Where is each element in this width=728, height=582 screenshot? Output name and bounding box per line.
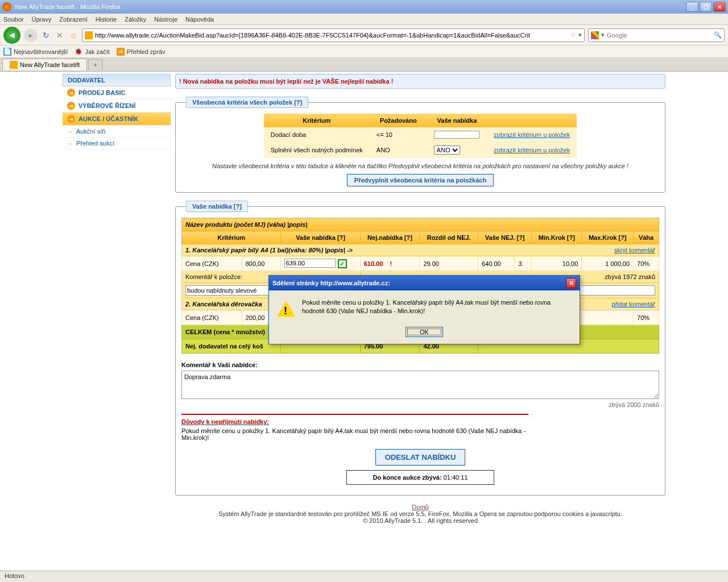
overall-textarea[interactable] (181, 371, 659, 399)
add-comment-link[interactable]: přidat komentář (612, 301, 655, 307)
menu-history[interactable]: Historie (96, 16, 117, 23)
warning-icon (277, 301, 295, 319)
product-1-data: Cena (CZK) 800,00 ✓ 610.00 ! 29.00 640.0… (182, 256, 659, 271)
prefill-button[interactable]: Předvyplnit všeobecná kritéria na položk… (347, 174, 494, 186)
menu-tools[interactable]: Nástroje (154, 16, 177, 23)
dialog-ok-button[interactable]: OK (406, 327, 443, 337)
back-button[interactable]: ◄ (3, 27, 20, 44)
new-tab-button[interactable]: + (88, 59, 102, 70)
bookmark-star-icon[interactable]: ☆ (570, 31, 576, 39)
firefox-icon (2, 2, 11, 11)
sidebar-vyberove[interactable]: ➜VÝBĚROVÉ ŘÍZENÍ (63, 99, 171, 113)
menu-bookmarks[interactable]: Záložky (125, 16, 146, 23)
search-dropdown-icon[interactable]: ▾ (601, 31, 605, 39)
menu-edit[interactable]: Úpravy (31, 16, 51, 23)
alert-dialog: Sdělení stránky http://www.allytrade.cz:… (268, 275, 580, 344)
reasons-title: Důvody k nepřijmutí nabídky: (181, 418, 528, 425)
url-bar[interactable]: ☆ ▾ (82, 28, 585, 42)
url-dropdown-icon[interactable]: ▾ (578, 31, 582, 39)
dialog-titlebar[interactable]: Sdělení stránky http://www.allytrade.cz:… (269, 276, 580, 290)
close-button[interactable]: ✕ (713, 2, 726, 12)
warning-box: ! Nová nabídka na položku musí být lepší… (175, 74, 665, 89)
bid-fieldset: Vaše nabídka [?] Název produktu (počet M… (175, 201, 665, 496)
home-icon[interactable]: ⌂ (68, 30, 78, 40)
bid-top-header: Název produktu (počet MJ) (váha) |popis| (182, 218, 659, 231)
dialog-title-text: Sdělení stránky http://www.allytrade.cz: (272, 280, 566, 286)
crit-row-1: Dodací doba <= 10 zobrazit kritérium u p… (264, 127, 577, 142)
search-bar[interactable]: ▾ 🔍 (588, 28, 725, 42)
criteria-fieldset: Všeobecná kritéria všech položek [?] Kri… (175, 97, 665, 193)
tab-favicon (10, 61, 18, 69)
bid-input-1[interactable] (284, 259, 336, 268)
site-favicon (85, 31, 93, 39)
dialog-close-button[interactable]: ✕ (566, 278, 576, 288)
bookmark-getting-started[interactable]: 🐞Jak začít (75, 48, 109, 56)
crit-select-cond[interactable]: ANO (434, 146, 460, 155)
footer: Domů Systém AllyTrade je standardně test… (175, 504, 665, 524)
crit-input-delivery[interactable] (434, 131, 479, 139)
crit-link-1[interactable]: zobrazit kritérium u položek (494, 131, 570, 138)
window-titlebar: New AllyTrade facelift - Mozilla Firefox… (0, 0, 728, 14)
bookmark-most-visited[interactable]: 📄Nejnavštěvovanější (3, 48, 68, 56)
menu-view[interactable]: Zobrazení (59, 16, 88, 23)
overall-label: Komentář k Vaší nabídce: (181, 361, 258, 368)
search-icon[interactable]: 🔍 (714, 31, 722, 39)
sidebar-header: DODAVATEL (63, 74, 171, 86)
sidebar-prehled-aukci[interactable]: →Přehled aukcí (63, 138, 171, 149)
crit-h1: Kritérium (264, 114, 370, 127)
dialog-message: Pokud měníte cenu u položky 1. Kancelářs… (302, 298, 572, 319)
bookmarks-bar: 📄Nejnavštěvovanější 🐞Jak začít 📶Přehled … (0, 45, 728, 58)
overall-comment: Komentář k Vaší nabídce: zbývá 2000 znak… (181, 361, 659, 408)
bid-legend: Vaše nabídka [?] (186, 201, 248, 212)
crit-h2: Požadováno (370, 114, 427, 127)
reload-icon[interactable]: ↻ (41, 30, 51, 40)
tab-bar: New AllyTrade facelift + (0, 58, 728, 72)
menu-bar: Soubor Úpravy Zobrazení Historie Záložky… (0, 14, 728, 25)
nav-toolbar: ◄ ► ↻ ✕ ⌂ ☆ ▾ ▾ 🔍 (0, 25, 728, 45)
sidebar-prodej[interactable]: ➜PRODEJ BASIC (63, 86, 171, 99)
home-link[interactable]: Domů (412, 504, 428, 510)
hide-comment-link[interactable]: skrýt komentář (614, 247, 655, 253)
google-icon (591, 31, 599, 39)
sidebar-aukcni-sin[interactable]: →Aukční síň (63, 126, 171, 138)
criteria-hint: Nastavte všeobecná kritéria v této tabul… (181, 163, 659, 169)
forward-button[interactable]: ► (24, 28, 38, 42)
search-input[interactable] (607, 32, 714, 39)
crit-h3: Vaše nabídka (427, 114, 487, 127)
product-1-header: 1. Kancelářský papír bílý A4 (1 bal)(váh… (182, 244, 659, 256)
reasons-text: Pokud měníte cenu u položky 1. Kancelářs… (181, 427, 528, 441)
overall-chars: zbývá 2000 znaků (181, 401, 659, 408)
menu-help[interactable]: Nápověda (185, 16, 214, 23)
stop-icon[interactable]: ✕ (55, 30, 65, 40)
crit-row-2: Splnění všech nutných podmínek ANO ANO z… (264, 142, 577, 158)
sidebar-aukce[interactable]: ➜AUKCE / ÚČASTNÍK (63, 113, 171, 126)
minimize-button[interactable]: _ (686, 2, 698, 12)
rejection-reasons: Důvody k nepřijmutí nabídky: Pokud měnít… (181, 414, 528, 441)
tab-active[interactable]: New AllyTrade facelift (2, 59, 87, 70)
timer-box: Do konce aukce zbývá: 01:40:11 (346, 470, 494, 485)
tab-title: New AllyTrade facelift (20, 61, 80, 68)
crit-link-2[interactable]: zobrazit kritérium u položek (494, 147, 570, 153)
bookmark-news[interactable]: 📶Přehled zpráv (117, 48, 166, 56)
window-title: New AllyTrade facelift - Mozilla Firefox (15, 3, 686, 10)
url-input[interactable] (95, 32, 570, 39)
criteria-table: Kritérium Požadováno Vaše nabídka Dodací… (264, 114, 577, 158)
confirm-icon-1[interactable]: ✓ (338, 259, 347, 268)
crit-h4 (487, 114, 577, 127)
sidebar: DODAVATEL ➜PRODEJ BASIC ➜VÝBĚROVÉ ŘÍZENÍ… (63, 74, 171, 532)
criteria-legend: Všeobecná kritéria všech položek [?] (186, 97, 308, 108)
menu-file[interactable]: Soubor (3, 16, 23, 23)
maximize-button[interactable]: ❐ (700, 2, 712, 12)
submit-bid-button[interactable]: ODESLAT NABÍDKU (375, 449, 466, 465)
